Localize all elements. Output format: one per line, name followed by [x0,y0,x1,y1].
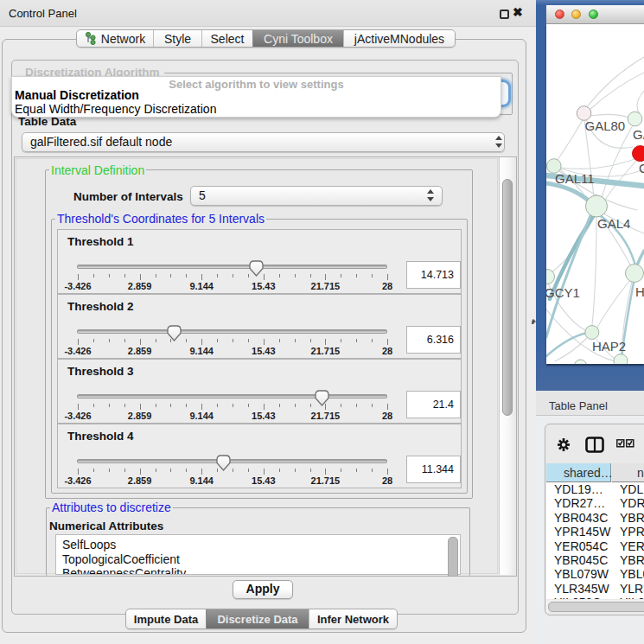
svg-text:GAL4: GAL4 [597,216,630,231]
svg-text:GA: GA [633,127,644,142]
svg-text:HAP2: HAP2 [592,339,626,354]
svg-text:C: C [639,161,644,175]
svg-text:GAL11: GAL11 [555,171,595,186]
svg-text:GCY1: GCY1 [546,285,580,300]
svg-text:GAL80: GAL80 [585,118,626,133]
svg-text:H: H [635,284,644,299]
